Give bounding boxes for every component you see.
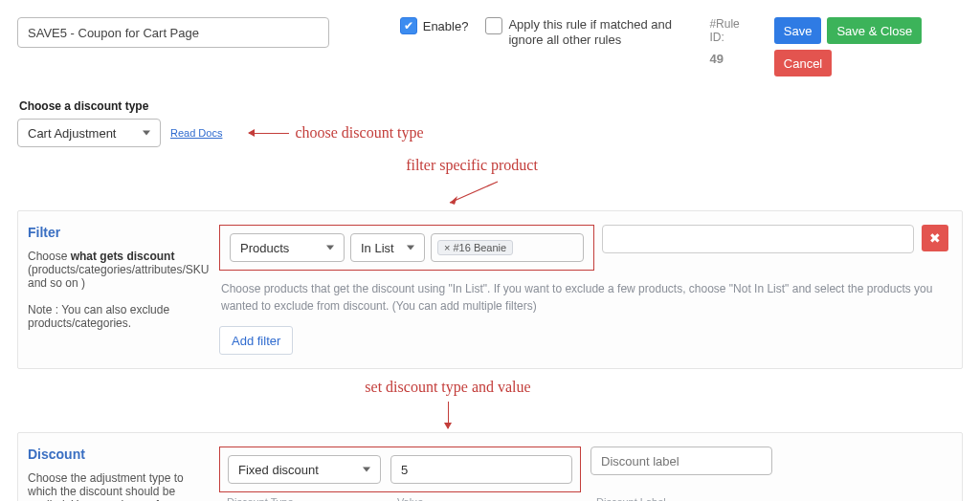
apply-rule-label: Apply this rule if matched and ignore al… [508, 17, 680, 49]
filter-help: Choose products that get the discount us… [221, 280, 947, 315]
discount-type-label: Choose a discount type [19, 99, 963, 113]
discount-type-value: Fixed discount [238, 463, 319, 477]
filter-tag-input[interactable]: × #16 Beanie [431, 233, 584, 262]
discount-desc: Choose the adjustment type to which the … [28, 471, 198, 501]
filter-type-select[interactable]: Products [230, 233, 345, 262]
discount-type-select[interactable]: Fixed discount [228, 455, 381, 484]
filter-extra-input[interactable] [602, 225, 914, 253]
svg-line-0 [450, 182, 498, 203]
arrow-left-icon [249, 133, 289, 134]
discount-type-select[interactable]: Cart Adjustment [17, 119, 161, 147]
filter-desc: Choose what gets discount (products/cate… [28, 250, 198, 290]
rule-id-label: #Rule ID: [709, 17, 756, 44]
discount-title: Discount [28, 447, 198, 462]
enable-label: Enable? [423, 19, 469, 33]
check-icon: ✔ [485, 17, 502, 34]
discount-panel: Discount Choose the adjustment type to w… [17, 432, 963, 501]
action-buttons: Save Save & Close Cancel [774, 17, 963, 76]
header-row: ✔ Enable? ✔ Apply this rule if matched a… [17, 10, 963, 78]
rule-id: #Rule ID: 49 [709, 17, 756, 66]
under-discount-type: Discount Type [227, 496, 388, 501]
arrow-diag-icon [442, 180, 501, 207]
filter-note: Note : You can also exclude products/cat… [28, 303, 198, 330]
discount-label-input[interactable] [590, 447, 772, 475]
check-icon: ✔ [400, 17, 417, 34]
save-button[interactable]: Save [774, 17, 822, 44]
annotation-set-discount: set discount type and value [304, 379, 591, 428]
discount-highlight: Fixed discount [219, 447, 581, 492]
close-icon: ✖ [929, 230, 941, 246]
filter-title: Filter [28, 225, 198, 240]
arrow-down-icon [448, 402, 449, 428]
save-close-button[interactable]: Save & Close [827, 17, 922, 44]
remove-filter-button[interactable]: ✖ [922, 225, 948, 251]
read-docs-link[interactable]: Read Docs [170, 127, 222, 139]
add-filter-button[interactable]: Add filter [219, 326, 293, 355]
rule-name-input[interactable] [17, 17, 329, 48]
rule-id-value: 49 [709, 52, 723, 66]
annotation-choose-discount: choose discount type [249, 124, 423, 142]
filter-cond-value: In List [361, 241, 394, 255]
filter-panel: Filter Choose what gets discount (produc… [17, 210, 963, 369]
enable-checkbox[interactable]: ✔ Enable? [400, 17, 469, 34]
product-tag[interactable]: × #16 Beanie [437, 240, 513, 255]
under-label: Discount Label [596, 496, 778, 501]
apply-rule-checkbox[interactable]: ✔ Apply this rule if matched and ignore … [485, 17, 680, 49]
discount-type-value: Cart Adjustment [28, 126, 117, 141]
filter-highlight: Products In List × #16 Beanie [219, 225, 594, 271]
discount-value-input[interactable] [390, 455, 572, 484]
annotation-filter-product: filter specific product [362, 157, 582, 207]
under-value: Value [397, 496, 587, 501]
filter-type-value: Products [240, 241, 289, 255]
cancel-button[interactable]: Cancel [774, 50, 832, 76]
filter-cond-select[interactable]: In List [350, 233, 425, 262]
